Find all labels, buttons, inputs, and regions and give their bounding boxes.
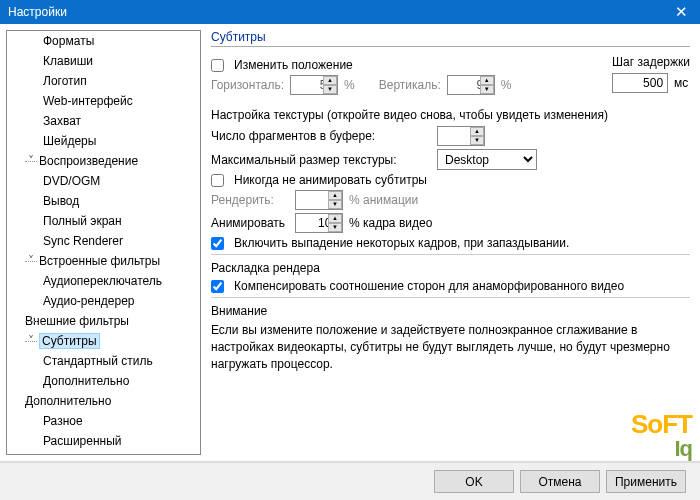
tree-item-label: Логотип [43, 74, 87, 88]
chevron-up-icon[interactable]: ▲ [480, 76, 494, 85]
compensate-aspect-checkbox[interactable] [211, 280, 224, 293]
tree-item[interactable]: Вывод [7, 191, 200, 211]
delay-step-label: Шаг задержки [612, 55, 690, 69]
warning-text: Если вы измените положение и задействует… [211, 322, 690, 372]
settings-panel: Субтитры Изменить положение Горизонталь:… [203, 24, 700, 461]
tree-item-label: Sync Renderer [43, 234, 123, 248]
override-position-checkbox[interactable] [211, 59, 224, 72]
tree-item-label: Внешние фильтры [25, 314, 129, 328]
tree-item[interactable]: Внешние фильтры [7, 311, 200, 331]
tree-item-label: Аудио-рендерер [43, 294, 135, 308]
tree-item-label: Воспроизведение [39, 154, 138, 168]
never-animate-label[interactable]: Никогда не анимировать субтитры [234, 173, 427, 187]
tree-item[interactable]: ˅Встроенные фильтры [7, 251, 200, 271]
compensate-aspect-label[interactable]: Компенсировать соотношение сторон для ан… [234, 279, 624, 293]
buffer-count-spinner[interactable]: ▲▼ [437, 126, 485, 146]
chevron-down-icon: ▼ [328, 200, 342, 209]
tree-item-label: Форматы [43, 34, 94, 48]
tree-item[interactable]: Дополнительно [7, 371, 200, 391]
tree-item[interactable]: Sync Renderer [7, 231, 200, 251]
delay-step-input[interactable] [612, 73, 668, 93]
vertical-unit: % [501, 78, 512, 92]
panel-title: Субтитры [211, 30, 690, 47]
tree-item[interactable]: ˅Субтитры [7, 331, 200, 351]
tree-item-label: DVD/OGM [43, 174, 100, 188]
tree-item-label: Встроенные фильтры [39, 254, 160, 268]
tree-item-label: Полный экран [43, 214, 122, 228]
chevron-up-icon[interactable]: ▲ [328, 214, 342, 223]
settings-tree[interactable]: ФорматыКлавишиЛоготипWeb-интерфейсЗахват… [6, 30, 201, 455]
tree-item[interactable]: Шейдеры [7, 131, 200, 151]
tree-item[interactable]: Захват [7, 111, 200, 131]
tree-item-label: Разное [43, 414, 83, 428]
tree-item[interactable]: Стандартный стиль [7, 351, 200, 371]
chevron-down-icon[interactable]: ˅ [25, 334, 37, 348]
horizontal-label: Горизонталь: [211, 78, 284, 92]
tree-item-label: Стандартный стиль [43, 354, 153, 368]
delay-step-unit: мс [674, 76, 688, 90]
chevron-down-icon[interactable]: ˅ [25, 254, 37, 268]
tree-item[interactable]: Логотип [7, 71, 200, 91]
tree-item[interactable]: Клавиши [7, 51, 200, 71]
titlebar: Настройки ✕ [0, 0, 700, 24]
drop-frames-label[interactable]: Включить выпадение некоторых кадров, при… [234, 236, 569, 250]
render-unit: % анимации [349, 193, 418, 207]
tree-item-label: Дополнительно [43, 374, 129, 388]
chevron-up-icon[interactable]: ▲ [323, 76, 337, 85]
chevron-down-icon[interactable]: ▼ [480, 85, 494, 94]
buffer-count-label: Число фрагментов в буфере: [211, 129, 431, 143]
render-label: Рендерить: [211, 193, 289, 207]
animate-unit: % кадра видео [349, 216, 432, 230]
tree-item[interactable]: Форматы [7, 31, 200, 51]
tree-item[interactable]: ˅Воспроизведение [7, 151, 200, 171]
tree-item-label: Захват [43, 114, 81, 128]
render-layout-title: Раскладка рендера [211, 261, 690, 275]
window-title: Настройки [8, 5, 67, 19]
tree-item[interactable]: Дополнительно [7, 391, 200, 411]
vertical-spinner[interactable]: ▲▼ [447, 75, 495, 95]
tree-item[interactable]: Web-интерфейс [7, 91, 200, 111]
render-spinner: ▲▼ [295, 190, 343, 210]
tree-item-label: Клавиши [43, 54, 93, 68]
chevron-down-icon[interactable]: ˅ [25, 154, 37, 168]
tree-item[interactable]: Расширенный [7, 431, 200, 451]
ok-button[interactable]: OK [434, 470, 514, 493]
tree-item[interactable]: DVD/OGM [7, 171, 200, 191]
chevron-up-icon[interactable]: ▲ [470, 127, 484, 136]
tree-item[interactable]: Аудиопереключатель [7, 271, 200, 291]
animate-spinner[interactable]: ▲▼ [295, 213, 343, 233]
tree-item[interactable]: Аудио-рендерер [7, 291, 200, 311]
tree-item[interactable]: Разное [7, 411, 200, 431]
tree-item-label: Расширенный [43, 434, 122, 448]
max-texture-select[interactable]: Desktop [437, 149, 537, 170]
tree-item[interactable]: Полный экран [7, 211, 200, 231]
horizontal-unit: % [344, 78, 355, 92]
tree-item-label: Вывод [43, 194, 79, 208]
dialog-footer: OK Отмена Применить [0, 462, 700, 500]
vertical-label: Вертикаль: [379, 78, 441, 92]
chevron-up-icon: ▲ [328, 191, 342, 200]
close-button[interactable]: ✕ [662, 0, 700, 24]
never-animate-checkbox[interactable] [211, 174, 224, 187]
override-position-label[interactable]: Изменить положение [234, 58, 353, 72]
max-texture-label: Максимальный размер текстуры: [211, 153, 431, 167]
texture-group-title: Настройка текстуры (откройте видео снова… [211, 108, 690, 122]
chevron-down-icon[interactable]: ▼ [323, 85, 337, 94]
tree-item-label: Web-интерфейс [43, 94, 133, 108]
animate-label: Анимировать [211, 216, 289, 230]
warning-title: Внимание [211, 304, 690, 318]
drop-frames-checkbox[interactable] [211, 237, 224, 250]
chevron-down-icon[interactable]: ▼ [470, 136, 484, 145]
tree-item-label: Шейдеры [43, 134, 96, 148]
horizontal-spinner[interactable]: ▲▼ [290, 75, 338, 95]
chevron-down-icon[interactable]: ▼ [328, 223, 342, 232]
tree-item-label: Аудиопереключатель [43, 274, 162, 288]
apply-button[interactable]: Применить [606, 470, 686, 493]
cancel-button[interactable]: Отмена [520, 470, 600, 493]
tree-item-label: Субтитры [39, 333, 100, 349]
tree-item-label: Дополнительно [25, 394, 111, 408]
